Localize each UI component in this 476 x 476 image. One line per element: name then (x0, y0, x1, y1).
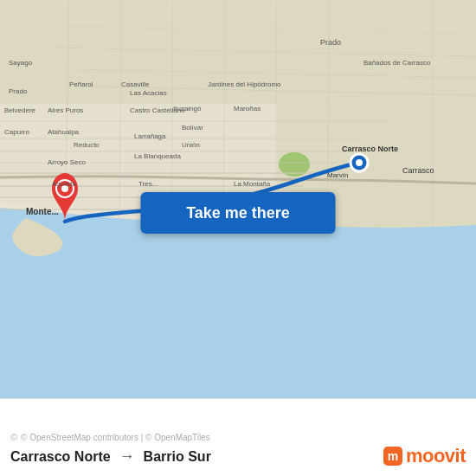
svg-text:Maroñas: Maroñas (234, 105, 261, 113)
svg-text:Unión: Unión (182, 141, 200, 149)
svg-text:La Blanqueada: La Blanqueada (134, 152, 181, 160)
svg-text:Bañados de Carrasco: Bañados de Carrasco (363, 59, 431, 67)
moovit-logo: m moovit (383, 445, 466, 467)
map-container: Carrasco Norte Carrasco Marvín Monte... … (0, 0, 476, 398)
footer: © © OpenStreetMap contributors | © OpenM… (0, 398, 476, 476)
svg-text:Arroyo Seco: Arroyo Seco (48, 158, 87, 166)
svg-text:Sayago: Sayago (9, 59, 33, 67)
moovit-logo-icon: m (383, 447, 402, 466)
svg-text:Aguada: Aguada (52, 180, 76, 188)
svg-text:Prado: Prado (320, 38, 341, 47)
svg-text:Marvín: Marvín (327, 171, 348, 179)
svg-text:Prado: Prado (9, 87, 28, 95)
svg-text:Casaville: Casaville (121, 80, 150, 88)
attribution-circle: © (10, 432, 17, 442)
take-me-there-button[interactable]: Take me there (141, 192, 336, 234)
svg-text:Carrasco Norte: Carrasco Norte (342, 145, 398, 153)
svg-text:Larrañaga: Larrañaga (134, 132, 166, 140)
svg-text:La Montaña: La Montaña (234, 180, 271, 188)
svg-text:Aires Puros: Aires Puros (48, 106, 83, 114)
svg-text:Bolívar: Bolívar (182, 124, 203, 132)
to-label: Barrio Sur (144, 449, 211, 465)
svg-text:Las Acacias: Las Acacias (130, 89, 167, 97)
svg-text:m: m (388, 449, 398, 463)
cta-button-label: Take me there (186, 204, 290, 222)
svg-text:Atahualpa: Atahualpa (48, 128, 80, 136)
from-label: Carrasco Norte (10, 449, 111, 465)
svg-text:Reducto: Reducto (74, 141, 100, 149)
svg-text:Carrasco: Carrasco (402, 166, 434, 175)
svg-text:Peñarol: Peñarol (69, 80, 93, 88)
svg-text:Ituzaingó: Ituzaingó (173, 105, 202, 113)
route-arrow-icon: → (119, 447, 135, 466)
svg-text:Capurro: Capurro (4, 128, 29, 136)
svg-text:Jardines del Hipódromo: Jardines del Hipódromo (208, 80, 281, 88)
attribution-text: © OpenStreetMap contributors | © OpenMap… (21, 433, 210, 442)
svg-text:Belvedere: Belvedere (4, 106, 36, 114)
svg-text:Monte...: Monte... (26, 207, 59, 216)
moovit-text: moovit (406, 445, 466, 467)
svg-point-24 (356, 159, 363, 166)
svg-text:Tres...: Tres... (138, 180, 158, 188)
